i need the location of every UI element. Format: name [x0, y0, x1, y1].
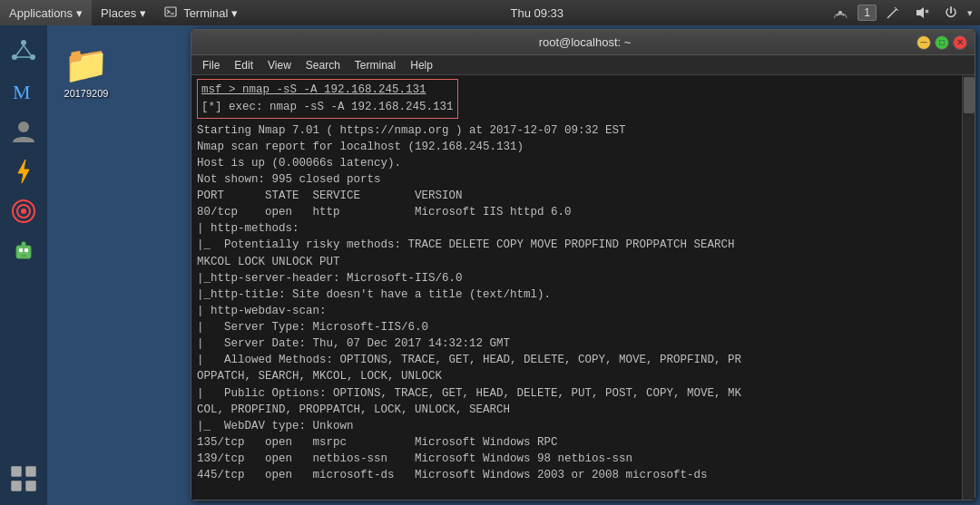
pen-icon [886, 5, 900, 20]
terminal-window: root@localhost: ~ ─ □ ✕ File Edit View S… [191, 29, 975, 500]
workspace-badge[interactable]: 1 [858, 5, 877, 21]
window-controls: ─ □ ✕ [916, 35, 967, 50]
svg-line-3 [887, 9, 897, 18]
terminal-label: Terminal [183, 6, 228, 20]
close-button[interactable]: ✕ [953, 35, 967, 50]
taskbar-clock: Thu 09:33 [247, 6, 827, 20]
terminal-menu[interactable]: Terminal ▾ [155, 0, 247, 25]
svg-rect-23 [22, 242, 25, 247]
clock-display: Thu 09:33 [511, 6, 564, 20]
svg-rect-27 [25, 481, 35, 490]
desktop: M 📁 20179209 root@localhost: ~ ─ □ [0, 25, 980, 505]
svg-rect-24 [11, 466, 21, 476]
terminal-window-title: root@localhost: ~ [253, 35, 916, 49]
maximize-button[interactable]: □ [935, 35, 949, 50]
menu-view[interactable]: View [260, 55, 299, 75]
places-label: Places [101, 6, 136, 20]
sidebar-robot-icon[interactable] [5, 232, 43, 270]
taskbar-left: Applications ▾ Places ▾ Terminal ▾ [0, 0, 247, 25]
menu-terminal[interactable]: Terminal [348, 55, 403, 75]
folder-icon: 📁 [64, 44, 109, 86]
terminal-content[interactable]: msf > nmap -sS -A 192.168.245.131 [*] ex… [191, 75, 975, 500]
svg-rect-22 [21, 255, 26, 257]
command-highlight: msf > nmap -sS -A 192.168.245.131 [*] ex… [197, 79, 458, 119]
terminal-icon [164, 5, 177, 21]
volume-control[interactable] [909, 0, 935, 25]
power-icon [944, 5, 958, 20]
scrollbar[interactable] [962, 75, 975, 500]
terminal-menubar: File Edit View Search Terminal Help [191, 55, 975, 75]
network-status[interactable] [827, 0, 854, 25]
folder-label: 20179209 [64, 88, 109, 99]
scroll-thumb[interactable] [964, 77, 975, 113]
svg-point-18 [21, 209, 26, 214]
sidebar-network-icon[interactable] [5, 33, 43, 71]
network-icon [832, 6, 848, 19]
sidebar: M [0, 25, 47, 505]
command-line1: msf > nmap -sS -A 192.168.245.131 [201, 83, 426, 96]
sidebar-grid-icon[interactable] [5, 460, 43, 498]
svg-rect-25 [25, 466, 35, 476]
menu-edit[interactable]: Edit [227, 55, 260, 75]
taskbar: Applications ▾ Places ▾ Terminal ▾ Thu 0… [0, 0, 980, 25]
desktop-folder[interactable]: 📁 20179209 [54, 44, 118, 99]
minimize-button[interactable]: ─ [916, 35, 931, 50]
command-line2: [*] exec: nmap -sS -A 192.168.245.131 [201, 101, 454, 113]
svg-rect-20 [19, 248, 23, 252]
power-button[interactable] [938, 0, 964, 25]
menu-search[interactable]: Search [299, 55, 348, 75]
taskbar-right: 1 ▾ [827, 0, 980, 25]
places-menu[interactable]: Places ▾ [92, 0, 155, 25]
sidebar-target-icon[interactable] [5, 192, 43, 230]
svg-text:M: M [13, 81, 31, 103]
places-arrow: ▾ [140, 6, 146, 20]
svg-marker-15 [18, 160, 29, 183]
applications-menu[interactable]: Applications ▾ [0, 0, 92, 25]
menu-file[interactable]: File [195, 55, 227, 75]
svg-rect-26 [11, 481, 21, 490]
svg-marker-4 [916, 7, 924, 18]
volume-icon [915, 5, 929, 20]
terminal-body: Starting Nmap 7.01 ( https://nmap.org ) … [197, 124, 741, 482]
power-arrow: ▾ [967, 7, 973, 19]
menu-help[interactable]: Help [403, 55, 440, 75]
sidebar-avatar-icon[interactable] [5, 112, 43, 151]
svg-point-7 [21, 40, 26, 45]
terminal-output: msf > nmap -sS -A 192.168.245.131 [*] ex… [197, 79, 969, 483]
applications-arrow: ▾ [76, 6, 83, 20]
svg-line-11 [24, 45, 31, 55]
terminal-titlebar: root@localhost: ~ ─ □ ✕ [191, 30, 975, 55]
sidebar-metasploit-icon[interactable]: M [5, 73, 43, 111]
svg-point-14 [18, 121, 29, 132]
terminal-arrow: ▾ [231, 6, 238, 20]
applications-label: Applications [9, 6, 73, 20]
svg-line-10 [16, 45, 24, 55]
pen-tool[interactable] [880, 0, 906, 25]
svg-rect-21 [24, 248, 28, 252]
sidebar-lightning-icon[interactable] [5, 152, 43, 190]
